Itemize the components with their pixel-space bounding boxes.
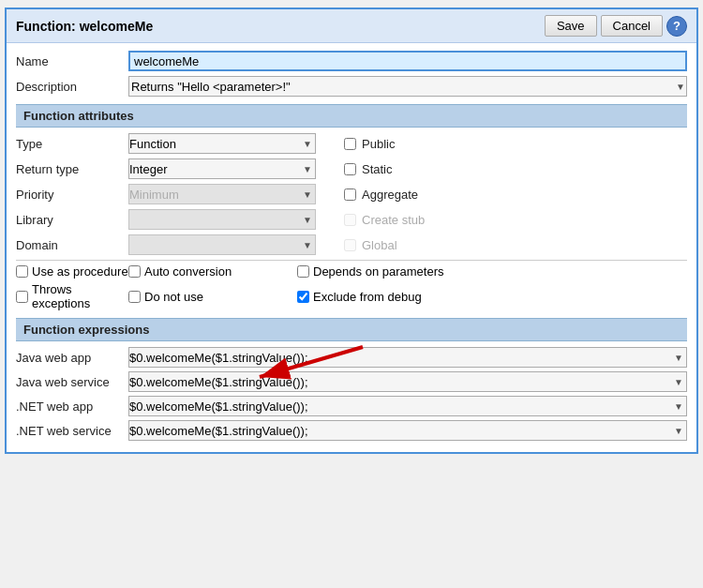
save-button[interactable]: Save [545, 15, 597, 37]
library-label: Library [16, 213, 128, 227]
function-expressions-header: Function expressions [16, 318, 687, 341]
java-web-service-select[interactable]: $0.welcomeMe($1.stringValue()); [128, 371, 687, 392]
aggregate-checkbox-group: Aggregate [316, 188, 418, 202]
library-select-wrap: ▼ [128, 209, 316, 230]
net-web-service-row: .NET web service $0.welcomeMe($1.stringV… [16, 420, 687, 441]
type-row: Type Function Procedure External ▼ Publi… [16, 133, 687, 154]
net-web-service-select[interactable]: $0.welcomeMe($1.stringValue()); [128, 420, 687, 441]
auto-conversion-checkbox[interactable] [128, 265, 141, 278]
expressions-section: Java web app $0.welcomeMe($1.stringValue… [16, 347, 687, 441]
title-bar: Function: welcomeMe Save Cancel ? [7, 9, 696, 43]
title-bar-buttons: Save Cancel ? [545, 15, 687, 37]
static-checkbox-group: Static [316, 162, 393, 176]
checkboxes-row-2: Throws exceptions Do not use Exclude fro… [16, 282, 687, 310]
type-label: Type [16, 137, 128, 151]
do-not-use-label: Do not use [144, 290, 203, 304]
dialog: Function: welcomeMe Save Cancel ? Name D… [5, 8, 698, 454]
library-row: Library ▼ Create stub [16, 209, 687, 230]
return-type-select-wrap: Integer String Boolean Void ▼ [128, 158, 316, 179]
static-checkbox[interactable] [344, 163, 356, 175]
java-web-service-row: Java web service $0.welcomeMe($1.stringV… [16, 371, 687, 392]
aggregate-label: Aggregate [362, 188, 418, 202]
use-as-procedure-checkbox[interactable] [16, 265, 28, 278]
do-not-use-group: Do not use [128, 290, 297, 304]
exclude-from-debug-label: Exclude from debug [313, 290, 422, 304]
java-web-app-select-wrap: $0.welcomeMe($1.stringValue()); ▼ [128, 347, 687, 368]
java-web-app-row: Java web app $0.welcomeMe($1.stringValue… [16, 347, 687, 368]
net-web-app-label: .NET web app [16, 400, 128, 414]
net-web-service-label: .NET web service [16, 424, 128, 438]
priority-row: Priority Minimum ▼ Aggregate [16, 184, 687, 204]
domain-row: Domain ▼ Global [16, 234, 687, 255]
dialog-title: Function: welcomeMe [16, 19, 153, 34]
name-label: Name [16, 54, 128, 68]
domain-select[interactable] [128, 234, 316, 255]
auto-conversion-label: Auto conversion [144, 264, 232, 279]
use-as-procedure-group: Use as procedure [16, 264, 128, 279]
aggregate-checkbox[interactable] [344, 188, 356, 201]
use-as-procedure-label: Use as procedure [32, 264, 128, 279]
public-checkbox[interactable] [344, 138, 356, 150]
description-label: Description [16, 80, 128, 94]
create-stub-checkbox-group: Create stub [316, 213, 425, 227]
java-web-service-select-wrap: $0.welcomeMe($1.stringValue()); ▼ [128, 371, 687, 392]
throws-exceptions-group: Throws exceptions [16, 282, 128, 310]
net-web-app-select[interactable]: $0.welcomeMe($1.stringValue()); [128, 396, 687, 416]
net-web-service-select-wrap: $0.welcomeMe($1.stringValue()); ▼ [128, 420, 687, 441]
depends-on-parameters-group: Depends on parameters [297, 264, 443, 279]
description-select[interactable]: Returns "Hello <parameter>!" [128, 76, 687, 97]
auto-conversion-group: Auto conversion [128, 264, 297, 279]
static-label: Static [362, 162, 393, 176]
divider-1 [16, 260, 687, 261]
name-input[interactable] [128, 51, 687, 71]
depends-on-parameters-checkbox[interactable] [297, 265, 309, 278]
return-type-label: Return type [16, 162, 128, 176]
library-select[interactable] [128, 209, 316, 230]
type-select-wrap: Function Procedure External ▼ [128, 133, 316, 154]
return-type-row: Return type Integer String Boolean Void … [16, 158, 687, 179]
domain-label: Domain [16, 238, 128, 252]
net-web-app-row: .NET web app $0.welcomeMe($1.stringValue… [16, 396, 687, 416]
java-web-app-select[interactable]: $0.welcomeMe($1.stringValue()); [128, 347, 687, 368]
create-stub-checkbox[interactable] [344, 214, 356, 226]
checkboxes-row-1: Use as procedure Auto conversion Depends… [16, 264, 687, 279]
name-row: Name [16, 51, 687, 71]
global-label: Global [362, 238, 397, 252]
do-not-use-checkbox[interactable] [128, 291, 141, 303]
cancel-button[interactable]: Cancel [601, 15, 663, 37]
create-stub-label: Create stub [362, 213, 425, 227]
public-checkbox-group: Public [316, 137, 395, 151]
priority-label: Priority [16, 188, 128, 202]
exclude-from-debug-checkbox[interactable] [297, 291, 309, 303]
type-select[interactable]: Function Procedure External [128, 133, 316, 154]
priority-select[interactable]: Minimum [128, 184, 316, 204]
domain-select-wrap: ▼ [128, 234, 316, 255]
java-web-app-label: Java web app [16, 351, 128, 365]
form-body: Name Description Returns "Hello <paramet… [7, 43, 696, 452]
description-row: Description Returns "Hello <parameter>!"… [16, 76, 687, 97]
java-web-service-label: Java web service [16, 375, 128, 389]
exclude-from-debug-group: Exclude from debug [297, 290, 422, 304]
net-web-app-select-wrap: $0.welcomeMe($1.stringValue()); ▼ [128, 396, 687, 416]
throws-exceptions-label: Throws exceptions [32, 282, 128, 310]
global-checkbox[interactable] [344, 239, 356, 251]
priority-select-wrap: Minimum ▼ [128, 184, 316, 204]
function-attributes-header: Function attributes [16, 104, 687, 128]
throws-exceptions-checkbox[interactable] [16, 291, 28, 303]
help-button[interactable]: ? [666, 16, 687, 37]
description-select-wrap: Returns "Hello <parameter>!" ▼ [128, 76, 687, 97]
depends-on-parameters-label: Depends on parameters [313, 264, 443, 279]
return-type-select[interactable]: Integer String Boolean Void [128, 158, 316, 179]
public-label: Public [362, 137, 395, 151]
global-checkbox-group: Global [316, 238, 397, 252]
